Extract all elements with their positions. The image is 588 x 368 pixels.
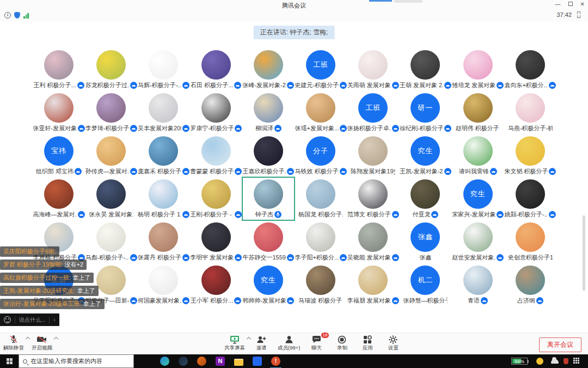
participant-tile[interactable]: 工班史建元-积极分子... bbox=[295, 48, 347, 91]
chat-input-placeholder[interactable]: 说点什么... bbox=[19, 316, 45, 324]
participant-tile[interactable]: 研一徐纪刚-积极分子... bbox=[399, 91, 451, 134]
participant-tile[interactable]: 关雨萌 发展对象... bbox=[347, 48, 399, 91]
participant-tile[interactable]: 机二张静慧—积极分子... bbox=[399, 263, 451, 306]
emoji-icon[interactable] bbox=[4, 316, 11, 323]
participant-tile[interactable]: 赵世安发展对象... bbox=[452, 220, 504, 263]
participant-tile[interactable]: 付亚龙 bbox=[399, 177, 451, 220]
maximize-button[interactable] bbox=[568, 2, 573, 6]
participant-tile[interactable]: 请叫我雷锋 bbox=[452, 134, 504, 177]
participant-tile[interactable]: 张瑶+发展对象... bbox=[295, 91, 347, 134]
alert-app-icon[interactable]: ! bbox=[271, 357, 280, 366]
apps-button[interactable]: 应用 bbox=[358, 335, 377, 352]
participant-tile[interactable]: 张露丹 积极分子... bbox=[137, 220, 189, 263]
participant-name: 牛苏静交一1559... bbox=[242, 254, 286, 262]
edge-browser-icon[interactable] bbox=[160, 357, 169, 366]
participant-tile[interactable]: 马瑞波 积极分子 卓... bbox=[295, 263, 347, 306]
participant-tile[interactable]: 张峰-发展对象-2... bbox=[242, 48, 295, 91]
chat-collapse-arrow[interactable]: ‹ bbox=[53, 317, 55, 323]
participant-tile[interactable]: 李梦琦-积极分子... bbox=[85, 91, 137, 134]
participant-tile[interactable]: 张亚轩-发展对象... bbox=[33, 91, 85, 134]
chat-message: 罗群 积极分子 19智能: 没有+2 bbox=[0, 260, 87, 270]
minimize-button[interactable]: — bbox=[555, 1, 561, 7]
participant-tile[interactable]: 究生王凯-发展对象-2... bbox=[399, 134, 451, 177]
participant-tile[interactable]: 占济纲 bbox=[504, 263, 556, 306]
battery-indicator[interactable]: 56% bbox=[511, 358, 529, 365]
avatar bbox=[516, 50, 545, 80]
chevron-up-icon[interactable] bbox=[26, 337, 30, 341]
participant-tile[interactable]: 宝祎组织部 邓宝祎 bbox=[33, 134, 85, 177]
orange-app-icon[interactable] bbox=[197, 357, 206, 366]
participant-tile[interactable]: 陈翔发展对象19交一 bbox=[347, 134, 399, 177]
weather-tray-icon[interactable] bbox=[536, 358, 543, 365]
participant-tile[interactable]: 李明宇 发展对象... bbox=[190, 220, 242, 263]
steam-icon[interactable] bbox=[179, 357, 188, 366]
participant-tile[interactable]: 工班张扬积极分子卓... bbox=[347, 91, 399, 134]
meeting-info-icon[interactable]: i bbox=[4, 12, 11, 19]
participant-tile[interactable]: 吴晓能 发展对象... bbox=[347, 220, 399, 263]
record-button[interactable]: 录制 bbox=[333, 335, 351, 352]
participant-tile[interactable]: 王刚-积极分子 - ... bbox=[190, 177, 242, 220]
phone-audio-icon bbox=[497, 211, 504, 218]
participant-tile[interactable]: 柳润泽 bbox=[242, 91, 295, 134]
tencent-meeting-icon[interactable] bbox=[253, 357, 262, 366]
ime-grid-icon[interactable] bbox=[573, 358, 580, 365]
participant-tile[interactable]: 石田 积极分子... bbox=[190, 48, 242, 91]
scrollbar-thumb[interactable] bbox=[583, 215, 585, 291]
chevron-up-icon[interactable] bbox=[247, 337, 251, 341]
participant-tile[interactable]: 分子马铁效 积极分子 bbox=[295, 134, 347, 177]
camera-off-button[interactable]: 开启视频 bbox=[32, 335, 52, 352]
participant-tile[interactable]: 袁向东+积极分... bbox=[504, 48, 556, 91]
phone-audio-icon bbox=[340, 82, 347, 89]
participant-tile[interactable]: 马辉-积极分子-... bbox=[137, 48, 189, 91]
settings-button[interactable]: 设置 bbox=[384, 335, 402, 352]
leave-meeting-button[interactable]: 离开会议 bbox=[539, 337, 581, 352]
invite-button[interactable]: 邀请 bbox=[252, 335, 271, 352]
security-shield-icon[interactable] bbox=[14, 12, 20, 19]
start-button[interactable] bbox=[0, 354, 19, 368]
participant-tile[interactable]: 赵明伟 积极分子 研一 bbox=[452, 91, 504, 134]
participant-tile[interactable]: 庞嘉禾 积极分子... bbox=[137, 134, 189, 177]
file-explorer-icon[interactable] bbox=[234, 359, 243, 366]
close-button[interactable]: ✕ bbox=[580, 1, 585, 7]
fullscreen-toggle-icon[interactable] bbox=[577, 11, 584, 18]
chat-input-bar[interactable]: 说点什么... ‹ bbox=[0, 313, 59, 326]
members-button[interactable]: 成员(99+) bbox=[278, 335, 300, 352]
participant-tile[interactable]: 高海峰—发展对... bbox=[33, 177, 85, 220]
participant-tile[interactable]: 钟子杰 bbox=[242, 177, 295, 220]
participant-tile[interactable]: 杨国龙 积极分子... bbox=[295, 177, 347, 220]
participant-tile[interactable]: 孙传虎—发展对... bbox=[85, 134, 137, 177]
participant-tile[interactable]: 李福朋 发展对象... bbox=[347, 263, 399, 306]
participant-tile[interactable]: 朱文韬 积极分子... bbox=[504, 134, 556, 177]
participant-tile[interactable]: 史创意积极分子19... bbox=[504, 220, 556, 263]
participant-tile[interactable]: 杨明 积极分子 1... bbox=[137, 177, 189, 220]
participant-tile[interactable]: 李子阳+积极分... bbox=[295, 220, 347, 263]
participant-tile[interactable]: 曹蒙蒙 积极分子... bbox=[190, 134, 242, 177]
chevron-up-icon[interactable] bbox=[54, 337, 58, 341]
taskbar-search-input[interactable]: 在这里输入你要搜索的内容 bbox=[19, 354, 134, 368]
participant-tile[interactable]: 苏龙积极分子过... bbox=[85, 48, 137, 91]
participant-tile[interactable]: 吴丰发展对象20级 bbox=[137, 91, 189, 134]
participant-tile[interactable]: 青语 bbox=[452, 263, 504, 306]
participant-tile[interactable]: 姚颢-积极分子-... bbox=[504, 177, 556, 220]
onenote-icon[interactable]: N bbox=[216, 357, 225, 366]
antivirus-tray-icon[interactable] bbox=[564, 358, 568, 364]
onedrive-cloud-icon[interactable] bbox=[551, 359, 559, 364]
mic-off-button[interactable]: 解除静音 bbox=[3, 335, 24, 352]
participant-tile[interactable]: 王嘉欣积极分子... bbox=[242, 134, 295, 177]
participant-tile[interactable]: 张鑫张鑫 bbox=[399, 220, 451, 263]
chat-button[interactable]: 18聊天 bbox=[307, 335, 326, 352]
participant-tile[interactable]: 牛苏静交一1559... bbox=[242, 220, 295, 263]
participant-tile[interactable]: 雏培龙 发展对象 交... bbox=[452, 48, 504, 91]
participant-tile[interactable]: 王小军 积极分... bbox=[190, 263, 242, 306]
participant-tile[interactable]: 王萌 发展对象 2... bbox=[399, 48, 451, 91]
participant-tile[interactable]: 范博文 积极分子... bbox=[347, 177, 399, 220]
participant-tile[interactable]: 究生宋家兴-发展对象... bbox=[452, 177, 504, 220]
participant-tile[interactable]: 王利 积极分子... bbox=[33, 48, 85, 91]
participant-tile[interactable]: 罗康宁-积极分子... bbox=[190, 91, 242, 134]
participant-tile[interactable]: 何国豪发展对象... bbox=[137, 263, 189, 306]
participant-tile[interactable]: 究生韩帅帅-发展对象... bbox=[242, 263, 295, 306]
participant-tile[interactable]: 张永昊 发展对象18... bbox=[85, 177, 137, 220]
share-screen-button[interactable]: 共享屏幕 bbox=[224, 335, 245, 352]
participant-tile[interactable]: 马燕-积极分子-机一 bbox=[504, 91, 556, 134]
avatar bbox=[201, 222, 231, 252]
